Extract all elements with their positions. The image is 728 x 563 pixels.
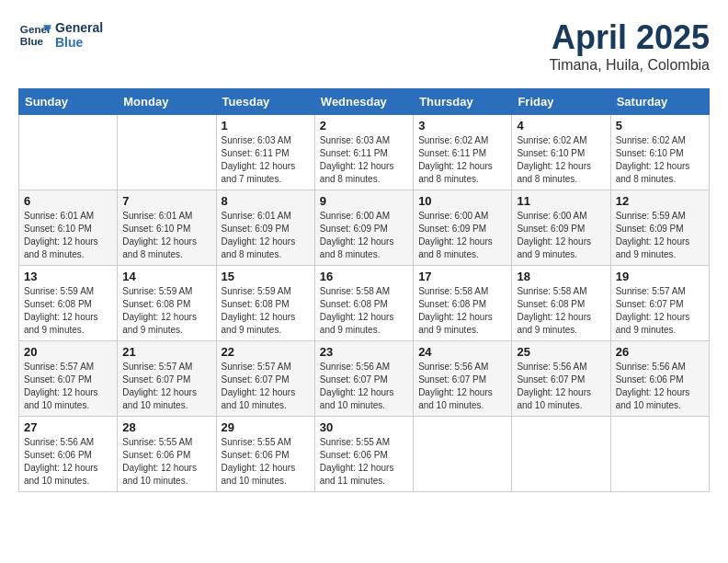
day-detail: Sunrise: 5:59 AM Sunset: 6:09 PM Dayligh… (616, 210, 704, 261)
day-detail: Sunrise: 6:00 AM Sunset: 6:09 PM Dayligh… (517, 210, 605, 261)
calendar-cell: 11Sunrise: 6:00 AM Sunset: 6:09 PM Dayli… (512, 190, 610, 266)
day-detail: Sunrise: 6:01 AM Sunset: 6:10 PM Dayligh… (122, 210, 210, 261)
calendar-cell: 29Sunrise: 5:55 AM Sunset: 6:06 PM Dayli… (216, 417, 314, 492)
day-detail: Sunrise: 5:55 AM Sunset: 6:06 PM Dayligh… (222, 436, 310, 488)
calendar-cell: 9Sunrise: 6:00 AM Sunset: 6:09 PM Daylig… (314, 190, 413, 266)
weekday-header: Thursday (414, 89, 512, 115)
page-header: General Blue General Blue April 2025 Tim… (18, 18, 710, 74)
calendar-week-row: 1Sunrise: 6:03 AM Sunset: 6:11 PM Daylig… (19, 115, 710, 190)
day-detail: Sunrise: 6:02 AM Sunset: 6:10 PM Dayligh… (616, 134, 704, 186)
day-number: 16 (320, 270, 408, 283)
logo-text-general: General (55, 20, 103, 35)
day-number: 12 (616, 194, 704, 208)
day-number: 11 (517, 194, 605, 208)
calendar-cell: 15Sunrise: 5:59 AM Sunset: 6:08 PM Dayli… (216, 266, 314, 341)
calendar-cell: 23Sunrise: 5:56 AM Sunset: 6:07 PM Dayli… (314, 341, 413, 417)
day-number: 19 (616, 270, 704, 283)
day-number: 17 (418, 270, 506, 283)
calendar-cell: 1Sunrise: 6:03 AM Sunset: 6:11 PM Daylig… (216, 115, 314, 190)
calendar-cell: 27Sunrise: 5:56 AM Sunset: 6:06 PM Dayli… (19, 417, 118, 492)
calendar-cell: 18Sunrise: 5:58 AM Sunset: 6:08 PM Dayli… (512, 266, 610, 341)
calendar-cell: 7Sunrise: 6:01 AM Sunset: 6:10 PM Daylig… (118, 190, 216, 266)
day-number: 4 (517, 119, 605, 132)
day-detail: Sunrise: 6:01 AM Sunset: 6:10 PM Dayligh… (24, 210, 112, 261)
weekday-header: Monday (118, 89, 216, 115)
calendar-cell: 24Sunrise: 5:56 AM Sunset: 6:07 PM Dayli… (414, 341, 512, 417)
calendar-cell: 21Sunrise: 5:57 AM Sunset: 6:07 PM Dayli… (118, 341, 216, 417)
day-detail: Sunrise: 5:58 AM Sunset: 6:08 PM Dayligh… (418, 285, 506, 337)
calendar-title: April 2025 (549, 18, 710, 57)
day-number: 3 (418, 119, 506, 132)
day-detail: Sunrise: 5:56 AM Sunset: 6:06 PM Dayligh… (24, 436, 112, 488)
weekday-header: Tuesday (216, 89, 314, 115)
day-number: 22 (222, 345, 310, 359)
calendar-subtitle: Timana, Huila, Colombia (549, 57, 710, 74)
calendar-table: SundayMondayTuesdayWednesdayThursdayFrid… (18, 88, 710, 492)
day-number: 29 (222, 420, 310, 434)
calendar-cell: 10Sunrise: 6:00 AM Sunset: 6:09 PM Dayli… (414, 190, 512, 266)
calendar-cell: 6Sunrise: 6:01 AM Sunset: 6:10 PM Daylig… (19, 190, 118, 266)
weekday-header: Wednesday (314, 89, 413, 115)
calendar-week-row: 20Sunrise: 5:57 AM Sunset: 6:07 PM Dayli… (19, 341, 710, 417)
weekday-header: Sunday (19, 89, 118, 115)
weekday-header: Friday (512, 89, 610, 115)
calendar-cell: 30Sunrise: 5:55 AM Sunset: 6:06 PM Dayli… (314, 417, 413, 492)
day-number: 26 (616, 345, 704, 359)
day-detail: Sunrise: 5:56 AM Sunset: 6:07 PM Dayligh… (320, 361, 408, 412)
day-number: 1 (222, 119, 310, 132)
day-number: 25 (517, 345, 605, 359)
calendar-cell: 14Sunrise: 5:59 AM Sunset: 6:08 PM Dayli… (118, 266, 216, 341)
calendar-cell: 13Sunrise: 5:59 AM Sunset: 6:08 PM Dayli… (19, 266, 118, 341)
day-number: 20 (24, 345, 112, 359)
calendar-cell: 19Sunrise: 5:57 AM Sunset: 6:07 PM Dayli… (610, 266, 709, 341)
day-detail: Sunrise: 5:57 AM Sunset: 6:07 PM Dayligh… (24, 361, 112, 412)
calendar-cell: 2Sunrise: 6:03 AM Sunset: 6:11 PM Daylig… (314, 115, 413, 190)
day-number: 6 (24, 194, 112, 208)
day-detail: Sunrise: 6:03 AM Sunset: 6:11 PM Dayligh… (222, 134, 310, 186)
calendar-week-row: 27Sunrise: 5:56 AM Sunset: 6:06 PM Dayli… (19, 417, 710, 492)
day-detail: Sunrise: 5:58 AM Sunset: 6:08 PM Dayligh… (320, 285, 408, 337)
logo: General Blue General Blue (18, 18, 103, 52)
day-detail: Sunrise: 5:59 AM Sunset: 6:08 PM Dayligh… (122, 285, 210, 337)
day-number: 30 (320, 420, 408, 434)
day-detail: Sunrise: 5:56 AM Sunset: 6:07 PM Dayligh… (418, 361, 506, 412)
day-detail: Sunrise: 6:02 AM Sunset: 6:11 PM Dayligh… (418, 134, 506, 186)
calendar-cell (610, 417, 709, 492)
day-number: 15 (222, 270, 310, 283)
day-detail: Sunrise: 5:57 AM Sunset: 6:07 PM Dayligh… (122, 361, 210, 412)
day-detail: Sunrise: 5:56 AM Sunset: 6:07 PM Dayligh… (517, 361, 605, 412)
day-detail: Sunrise: 5:56 AM Sunset: 6:06 PM Dayligh… (616, 361, 704, 412)
calendar-cell: 4Sunrise: 6:02 AM Sunset: 6:10 PM Daylig… (512, 115, 610, 190)
calendar-cell: 16Sunrise: 5:58 AM Sunset: 6:08 PM Dayli… (314, 266, 413, 341)
calendar-cell: 8Sunrise: 6:01 AM Sunset: 6:09 PM Daylig… (216, 190, 314, 266)
day-number: 13 (24, 270, 112, 283)
logo-text-blue: Blue (55, 35, 103, 50)
calendar-cell: 22Sunrise: 5:57 AM Sunset: 6:07 PM Dayli… (216, 341, 314, 417)
calendar-cell (118, 115, 216, 190)
day-detail: Sunrise: 6:02 AM Sunset: 6:10 PM Dayligh… (517, 134, 605, 186)
day-number: 14 (122, 270, 210, 283)
calendar-week-row: 6Sunrise: 6:01 AM Sunset: 6:10 PM Daylig… (19, 190, 710, 266)
calendar-cell: 28Sunrise: 5:55 AM Sunset: 6:06 PM Dayli… (118, 417, 216, 492)
title-block: April 2025 Timana, Huila, Colombia (549, 18, 710, 74)
day-number: 10 (418, 194, 506, 208)
weekday-header: Saturday (610, 89, 709, 115)
day-detail: Sunrise: 5:57 AM Sunset: 6:07 PM Dayligh… (222, 361, 310, 412)
svg-text:Blue: Blue (20, 35, 44, 47)
day-detail: Sunrise: 6:00 AM Sunset: 6:09 PM Dayligh… (418, 210, 506, 261)
calendar-week-row: 13Sunrise: 5:59 AM Sunset: 6:08 PM Dayli… (19, 266, 710, 341)
calendar-cell: 26Sunrise: 5:56 AM Sunset: 6:06 PM Dayli… (610, 341, 709, 417)
calendar-header-row: SundayMondayTuesdayWednesdayThursdayFrid… (19, 89, 710, 115)
day-detail: Sunrise: 6:01 AM Sunset: 6:09 PM Dayligh… (222, 210, 310, 261)
calendar-cell: 25Sunrise: 5:56 AM Sunset: 6:07 PM Dayli… (512, 341, 610, 417)
calendar-cell: 3Sunrise: 6:02 AM Sunset: 6:11 PM Daylig… (414, 115, 512, 190)
calendar-cell: 5Sunrise: 6:02 AM Sunset: 6:10 PM Daylig… (610, 115, 709, 190)
day-number: 28 (122, 420, 210, 434)
day-number: 23 (320, 345, 408, 359)
day-number: 18 (517, 270, 605, 283)
day-detail: Sunrise: 6:00 AM Sunset: 6:09 PM Dayligh… (320, 210, 408, 261)
day-detail: Sunrise: 5:55 AM Sunset: 6:06 PM Dayligh… (320, 436, 408, 488)
day-detail: Sunrise: 6:03 AM Sunset: 6:11 PM Dayligh… (320, 134, 408, 186)
calendar-cell: 20Sunrise: 5:57 AM Sunset: 6:07 PM Dayli… (19, 341, 118, 417)
day-detail: Sunrise: 5:58 AM Sunset: 6:08 PM Dayligh… (517, 285, 605, 337)
